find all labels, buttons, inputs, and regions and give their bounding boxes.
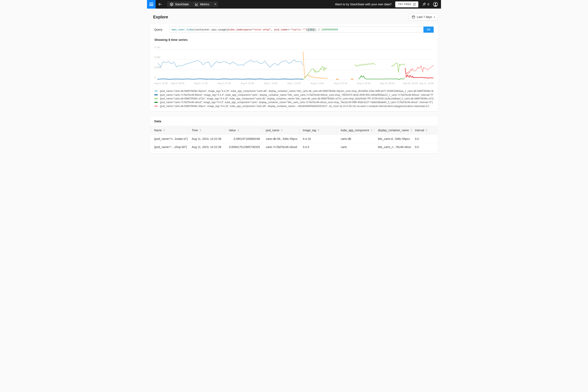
legend-item[interactable]: {pod_name="carts-db-588979548c-55pcs", i… xyxy=(154,104,434,108)
x-axis-tick-label: Aug 7, 23:30 xyxy=(287,82,300,84)
column-header-time[interactable]: Time xyxy=(188,126,225,135)
sort-icon xyxy=(281,129,282,132)
y-axis-tick-label: 0 xyxy=(154,76,156,79)
x-axis-tick-label: Aug 4, 14:00 xyxy=(154,82,168,84)
column-label: interval xyxy=(415,128,424,132)
column-header-kube_app_component[interactable]: kube_app_component xyxy=(337,126,374,135)
query-token: max_over_time xyxy=(172,28,193,31)
x-axis-tick-label: Aug 11, 14:00 xyxy=(419,82,434,84)
tab-stackstate[interactable]: StackState xyxy=(167,2,192,7)
column-header-pod_name[interactable]: pod_name xyxy=(262,126,299,135)
x-axis-tick-label: Aug 9, 02:30 xyxy=(334,82,347,84)
table-cell-value: 0.009417512905730325 xyxy=(225,145,262,149)
legend-item[interactable]: {pod_name="carts-7c7bd7bc46-6hkvw", imag… xyxy=(154,93,434,96)
legend-swatch-icon xyxy=(154,90,158,92)
go-button[interactable]: GO xyxy=(424,26,434,33)
query-input[interactable]: max_over_time(container_cpu_usage{kube_n… xyxy=(170,26,424,33)
x-axis-tick-label: Aug 5, 04:00 xyxy=(171,82,184,84)
user-avatar-button[interactable] xyxy=(433,2,438,7)
legend-label: {pod_name="carts-db-588979548c-55pcs", i… xyxy=(160,105,429,108)
query-token: , xyxy=(271,28,274,31)
query-token: container_cpu_usage xyxy=(195,28,226,31)
try-free-button[interactable]: TRY FREE xyxy=(395,2,418,7)
column-label: kube_app_component xyxy=(341,128,369,132)
y-axis-tick-label: 0.100 xyxy=(154,56,160,58)
back-button[interactable] xyxy=(156,0,164,8)
query-label: Query xyxy=(154,28,168,31)
column-label: Time xyxy=(192,128,198,132)
legend-label: {pod_name="carts-7c7bd7bc46-x6xsd", imag… xyxy=(160,101,433,104)
chevron-down-icon: ▾ xyxy=(434,16,435,18)
table-cell-interval: 0.0 xyxy=(411,145,438,149)
table-row: {pod_name="c...kstate.io"}Aug 11, 2023, … xyxy=(150,135,438,143)
legend-item[interactable]: {pod_name="carts-7c7bd7bc46-x6xsd", imag… xyxy=(154,100,434,104)
table-cell-pod_name: carts-7c7bd7bc46-x6xsd xyxy=(262,145,299,149)
legend-label: {pod_name="carts-db-588979548c-9qnxm", i… xyxy=(160,90,434,92)
legend-label: {pod_name="carts-7c7bd7bc46-6hkvw", imag… xyxy=(160,94,434,96)
column-header-interval[interactable]: interval xyxy=(411,126,438,135)
series-line-carts-7c7bd7bc46-6hkvw xyxy=(158,79,303,79)
legend-swatch-icon xyxy=(154,106,158,107)
sort-icon xyxy=(200,129,201,132)
x-axis-tick-label: Aug 5, 17:30 xyxy=(194,82,208,84)
query-row: Query max_over_time(container_cpu_usage{… xyxy=(154,26,434,33)
table-cell-display_container_name: k8s_carts-d...548c-55pcs xyxy=(374,137,411,140)
pinned-views-button[interactable]: 0 xyxy=(422,2,429,6)
time-range-selector[interactable]: Last 7 days ▾ xyxy=(409,14,438,20)
tab-metrics-label: Metrics xyxy=(200,3,209,6)
query-token: = xyxy=(251,28,253,31)
series-line-carts-db-588979548c-st72n xyxy=(392,63,405,72)
column-header-value[interactable]: Value xyxy=(225,126,262,135)
table-cell-display_container_name: k8s_carts_c...7bc46-x6xsd xyxy=(374,145,411,149)
legend-item[interactable]: {pod_name="carts-db-588979548c-9qnxm", i… xyxy=(154,89,434,93)
x-axis-tick-label: Aug 10, 20:00 xyxy=(403,82,418,84)
column-header-display_container_name[interactable]: display_container_name xyxy=(374,126,411,135)
query-token: "sock-shop" xyxy=(253,28,271,31)
query-token: } xyxy=(306,28,307,31)
table-cell-interval: 0.0 xyxy=(411,137,438,140)
query-token: [ xyxy=(307,28,309,31)
query-token: "carts.*" xyxy=(291,28,306,31)
calendar-icon xyxy=(412,15,415,18)
chart-legend: {pod_name="carts-db-588979548c-9qnxm", i… xyxy=(154,89,434,108)
metrics-chart-icon xyxy=(195,3,198,6)
x-axis-tick-label: Aug 6, 07:00 xyxy=(218,82,231,84)
series-line-carts-db-588979548c-9qnxm xyxy=(158,60,303,68)
column-label: Name xyxy=(154,128,162,132)
query-box: max_over_time(container_cpu_usage{kube_n… xyxy=(170,26,434,33)
table-cell-image_tag: 4.4.16 xyxy=(299,137,337,140)
data-heading: Data xyxy=(150,120,438,126)
x-axis-tick-label: Aug 9, 16:00 xyxy=(357,82,370,84)
x-axis-tick-label: Aug 7, 10:00 xyxy=(264,82,277,84)
series-line-unlisted-series-dark-orange- xyxy=(351,79,353,79)
column-label: image_tag xyxy=(303,128,316,132)
column-label: display_container_name xyxy=(378,128,409,132)
sort-icon xyxy=(371,129,372,132)
series-line-carts-db-588979548c-st72n xyxy=(355,63,375,66)
query-token: kube_namespace xyxy=(228,28,251,31)
column-header-image_tag[interactable]: image_tag xyxy=(299,126,337,135)
query-token: { xyxy=(226,28,228,31)
column-label: Value xyxy=(229,128,236,132)
hamburger-menu-button[interactable] xyxy=(147,0,156,8)
pin-icon xyxy=(422,2,426,6)
legend-swatch-icon xyxy=(154,102,158,103)
table-header-row: NameTimeValuepod_nameimage_tagkube_app_c… xyxy=(150,126,438,135)
legend-swatch-icon xyxy=(154,94,158,96)
chart-heading: Showing 8 time series xyxy=(154,38,434,42)
tab-metrics[interactable]: Metrics xyxy=(192,2,212,7)
table-cell-name: {pod_name="c...kstate.io"} xyxy=(150,137,188,140)
column-label: pod_name xyxy=(266,128,279,132)
sort-icon xyxy=(163,129,165,132)
column-header-name[interactable]: Name xyxy=(150,126,188,135)
query-token: ( xyxy=(193,28,195,31)
external-link-icon xyxy=(413,3,416,6)
tab-dropdown-caret[interactable] xyxy=(212,2,218,7)
legend-item[interactable]: {pod_name="carts-db-588979548c-st72n", i… xyxy=(154,97,434,100)
stackstate-logo-icon xyxy=(170,2,173,6)
query-token: / xyxy=(316,28,321,31)
table-cell-value: 0.085197183689248 xyxy=(225,137,262,140)
table-row: {pod_name="...-shop-50"}Aug 11, 2023, 14… xyxy=(150,143,438,151)
tab-stackstate-label: StackState xyxy=(175,3,189,6)
table-cell-pod_name: carts-db-58...548c-55pcs xyxy=(262,137,299,140)
